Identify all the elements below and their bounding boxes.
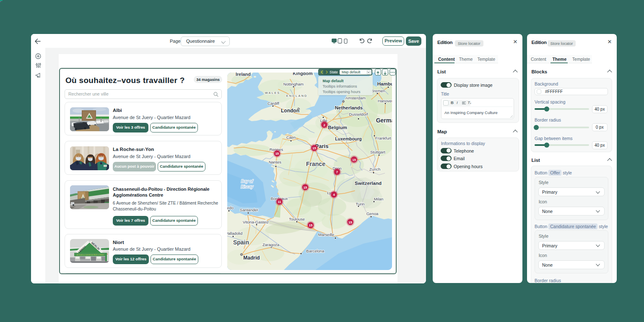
- svg-text:Spain: Spain: [233, 239, 249, 246]
- svg-text:Bay of: Bay of: [241, 179, 253, 184]
- svg-text:Milan: Milan: [374, 197, 383, 201]
- svg-text:Madrid: Madrid: [243, 255, 260, 261]
- svg-text:11: 11: [278, 200, 281, 204]
- svg-text:2: 2: [323, 123, 325, 127]
- svg-text:Zaragoza: Zaragoza: [262, 242, 279, 247]
- svg-text:Marseille: Marseille: [318, 232, 334, 237]
- svg-text:15: 15: [309, 223, 312, 227]
- svg-text:WALES: WALES: [265, 91, 280, 95]
- svg-text:Nantes: Nantes: [268, 160, 281, 164]
- svg-text:Biscay: Biscay: [241, 184, 253, 189]
- svg-text:Belgium: Belgium: [328, 125, 347, 130]
- svg-text:15: 15: [312, 146, 316, 150]
- svg-text:Amsterdam: Amsterdam: [345, 96, 366, 100]
- svg-text:London: London: [281, 108, 299, 114]
- svg-text:Dusseldorf: Dusseldorf: [349, 112, 368, 117]
- svg-text:Switzerland: Switzerland: [355, 181, 382, 186]
- svg-text:7: 7: [336, 170, 338, 174]
- svg-text:Ireland: Ireland: [235, 73, 250, 77]
- svg-text:Genoa: Genoa: [366, 211, 378, 216]
- svg-text:Vitoria-Gasteiz: Vitoria-Gasteiz: [242, 220, 268, 224]
- svg-text:France: France: [306, 161, 325, 167]
- svg-text:Netherlands: Netherlands: [335, 105, 362, 110]
- svg-text:Barcelona: Barcelona: [306, 249, 324, 253]
- svg-text:Toulouse: Toulouse: [288, 217, 304, 221]
- svg-text:Nottingham: Nottingham: [283, 82, 304, 86]
- svg-text:Oviedo: Oviedo: [227, 205, 234, 210]
- svg-text:Hanover: Hanover: [378, 99, 392, 103]
- svg-text:Hamburg: Hamburg: [377, 81, 392, 86]
- svg-text:Frankfurt: Frankfurt: [375, 136, 391, 140]
- svg-text:Zurich: Zurich: [369, 167, 380, 171]
- svg-text:Luxembourg: Luxembourg: [335, 136, 362, 141]
- svg-text:Germany: Germany: [376, 117, 392, 124]
- svg-text:Santander: Santander: [240, 208, 258, 212]
- svg-text:ENGLAND: ENGLAND: [286, 94, 307, 98]
- svg-text:du lundi au samedi de 8h00 à 2: du lundi au samedi de 8h00 à 20h00: [76, 254, 104, 256]
- svg-text:15: 15: [352, 158, 356, 162]
- svg-text:Kingdom: Kingdom: [293, 73, 313, 76]
- svg-text:Cardiff: Cardiff: [267, 101, 279, 106]
- svg-text:15: 15: [303, 186, 306, 190]
- svg-text:15: 15: [348, 221, 352, 224]
- svg-text:Stuttgart: Stuttgart: [370, 150, 385, 154]
- svg-text:Valladolid: Valladolid: [227, 231, 242, 236]
- svg-text:Caen: Caen: [286, 135, 296, 140]
- svg-text:15: 15: [275, 152, 278, 156]
- svg-text:Turin: Turin: [356, 202, 364, 206]
- svg-text:Bremen: Bremen: [371, 88, 385, 93]
